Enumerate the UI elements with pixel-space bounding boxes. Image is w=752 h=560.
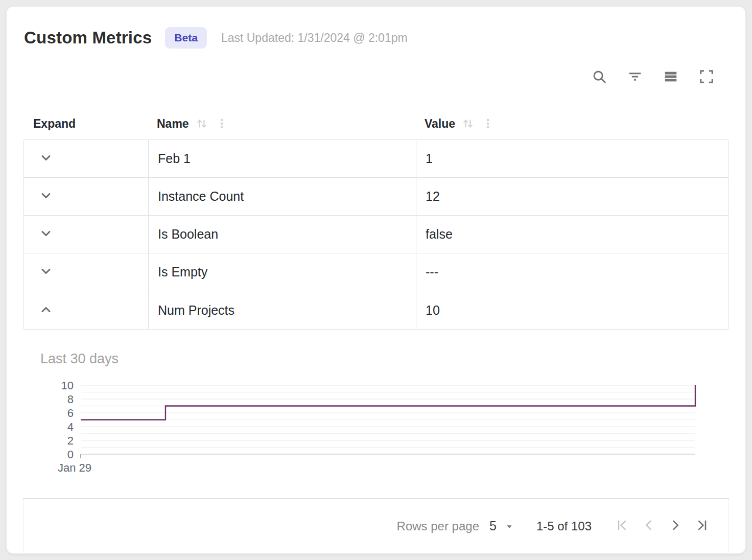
search-button[interactable] bbox=[589, 67, 609, 87]
svg-text:4: 4 bbox=[67, 421, 74, 433]
value-cell: 12 bbox=[416, 178, 729, 215]
custom-metrics-card: Custom Metrics Beta Last Updated: 1/31/2… bbox=[6, 6, 746, 554]
expand-cell bbox=[24, 291, 148, 329]
chevron-down-icon bbox=[39, 151, 53, 167]
svg-text:Jan 29: Jan 29 bbox=[58, 461, 91, 472]
rows-per-page-select[interactable]: 5 bbox=[489, 519, 515, 533]
expand-toggle-button[interactable] bbox=[37, 262, 55, 282]
chevron-down-icon bbox=[39, 264, 53, 280]
filter-icon bbox=[627, 69, 643, 86]
column-label-expand: Expand bbox=[33, 117, 76, 131]
chart-title: Last 30 days bbox=[40, 351, 119, 367]
page-header: Custom Metrics Beta Last Updated: 1/31/2… bbox=[24, 27, 408, 49]
column-header-name[interactable]: Name bbox=[148, 117, 415, 131]
name-cell: Num Projects bbox=[148, 291, 416, 329]
column-menu-icon[interactable] bbox=[216, 118, 228, 130]
name-cell: Is Empty bbox=[148, 253, 416, 291]
page-title: Custom Metrics bbox=[24, 28, 152, 48]
table-header-row: Expand Name Value bbox=[23, 108, 729, 139]
first-page-button[interactable] bbox=[609, 513, 636, 540]
rows-per-page-label: Rows per page bbox=[397, 519, 479, 533]
svg-text:2: 2 bbox=[67, 434, 74, 447]
column-label-name: Name bbox=[157, 117, 189, 131]
value-cell: 10 bbox=[416, 291, 729, 329]
svg-text:8: 8 bbox=[67, 393, 74, 406]
expand-cell bbox=[24, 253, 148, 291]
table-row: Is Empty--- bbox=[24, 253, 729, 291]
value-cell: 1 bbox=[416, 140, 729, 177]
caret-down-icon bbox=[504, 521, 515, 532]
expand-toggle-button[interactable] bbox=[37, 224, 55, 244]
chevron-up-icon bbox=[39, 302, 53, 318]
column-header-expand: Expand bbox=[23, 117, 148, 131]
table-row: Feb 11 bbox=[24, 140, 729, 178]
table-body: Feb 11Instance Count12Is BooleanfalseIs … bbox=[23, 139, 729, 330]
fullscreen-icon bbox=[699, 69, 714, 86]
expand-toggle-button[interactable] bbox=[37, 300, 55, 320]
density-button[interactable] bbox=[661, 67, 681, 87]
table-toolbar bbox=[589, 67, 717, 87]
table-row: Is Booleanfalse bbox=[24, 216, 729, 253]
table-row: Num Projects10 bbox=[24, 291, 729, 329]
last-updated-text: Last Updated: 1/31/2024 @ 2:01pm bbox=[221, 31, 408, 45]
svg-text:6: 6 bbox=[67, 407, 74, 419]
expand-cell bbox=[24, 178, 148, 215]
filter-button[interactable] bbox=[625, 67, 645, 87]
density-icon bbox=[663, 69, 678, 86]
column-menu-icon[interactable] bbox=[482, 118, 494, 130]
metric-chart: 0246810Jan 29 bbox=[46, 374, 716, 472]
name-cell: Instance Count bbox=[148, 178, 416, 215]
chevron-left-icon bbox=[642, 518, 656, 534]
name-cell: Feb 1 bbox=[148, 140, 416, 177]
svg-text:0: 0 bbox=[67, 448, 74, 461]
beta-badge: Beta bbox=[165, 27, 207, 49]
column-label-value: Value bbox=[425, 117, 455, 131]
name-cell: Is Boolean bbox=[148, 216, 416, 253]
chevron-down-icon bbox=[39, 226, 53, 242]
pagination-range: 1-5 of 103 bbox=[536, 519, 592, 533]
chevron-down-icon bbox=[39, 189, 53, 204]
last-page-button[interactable] bbox=[689, 513, 715, 540]
expand-toggle-button[interactable] bbox=[37, 149, 55, 169]
table-footer: Rows per page 5 1-5 of 103 bbox=[23, 498, 729, 553]
detail-panel: Last 30 days 0246810Jan 29 bbox=[7, 331, 745, 498]
chevron-right-icon bbox=[668, 518, 683, 534]
search-icon bbox=[592, 69, 607, 86]
expand-cell bbox=[24, 140, 148, 177]
next-page-button[interactable] bbox=[662, 513, 689, 540]
expand-toggle-button[interactable] bbox=[37, 186, 55, 206]
table-row: Instance Count12 bbox=[24, 178, 729, 216]
first-page-icon bbox=[615, 518, 629, 534]
fullscreen-button[interactable] bbox=[696, 67, 717, 87]
value-cell: --- bbox=[416, 253, 729, 291]
pagination-controls bbox=[609, 513, 715, 540]
expand-cell bbox=[24, 216, 148, 253]
last-page-icon bbox=[695, 518, 709, 534]
column-header-value[interactable]: Value bbox=[415, 117, 729, 131]
rows-per-page-value: 5 bbox=[489, 519, 497, 533]
metrics-table: Expand Name Value bbox=[23, 108, 729, 330]
sort-icon[interactable] bbox=[461, 117, 475, 130]
previous-page-button[interactable] bbox=[636, 513, 662, 540]
sort-icon[interactable] bbox=[195, 117, 208, 130]
value-cell: false bbox=[416, 216, 729, 253]
svg-text:10: 10 bbox=[61, 379, 74, 392]
